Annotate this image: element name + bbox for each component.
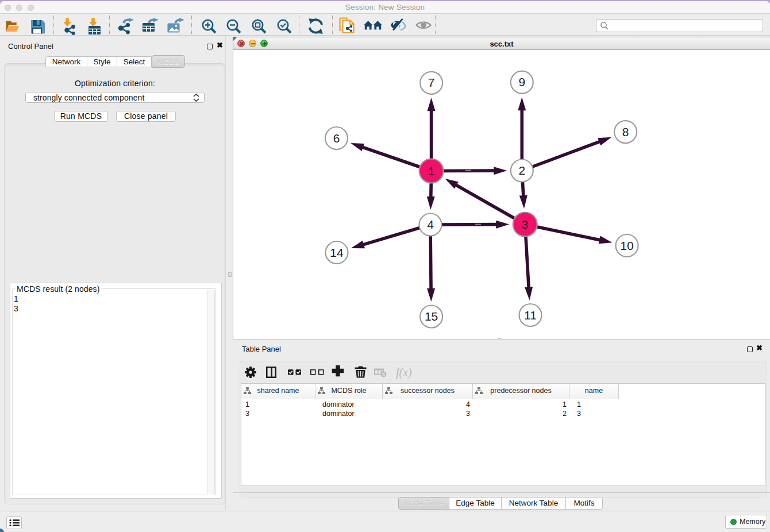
svg-text:8: 8 (622, 125, 629, 138)
svg-text:4: 4 (427, 218, 434, 231)
svg-text:7: 7 (428, 76, 435, 89)
svg-text:6: 6 (333, 132, 340, 145)
svg-text:10: 10 (620, 239, 633, 252)
svg-text:9: 9 (518, 75, 525, 88)
svg-text:14: 14 (330, 246, 344, 259)
svg-text:f(x): f(x) (396, 366, 412, 379)
svg-text:2: 2 (518, 164, 525, 177)
svg-text:3: 3 (522, 218, 529, 231)
svg-text:1: 1 (428, 164, 435, 178)
svg-text:15: 15 (425, 310, 438, 323)
svg-text:11: 11 (524, 309, 537, 322)
